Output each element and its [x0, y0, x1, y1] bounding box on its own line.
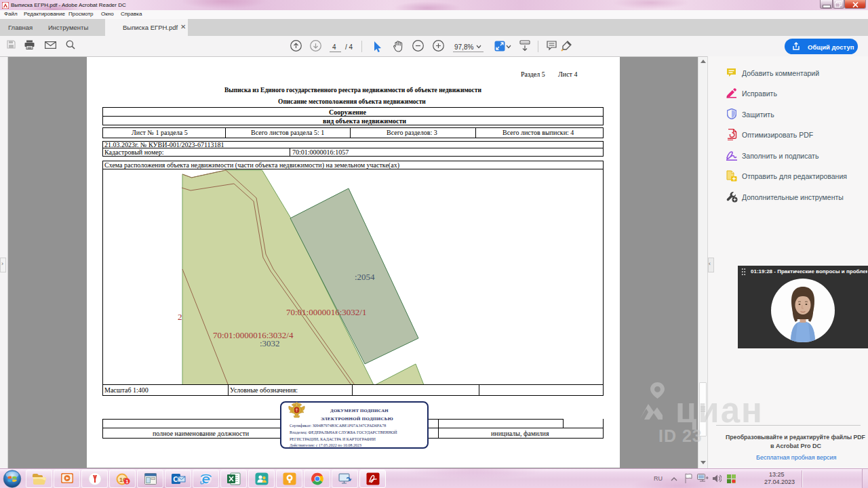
svg-text:70:01:0000016:3032/4: 70:01:0000016:3032/4 [213, 330, 294, 340]
svg-text:2: 2 [178, 312, 182, 322]
svg-text:70:01:0000016:3032/1: 70:01:0000016:3032/1 [286, 307, 366, 317]
svg-text::2054: :2054 [355, 272, 375, 282]
svg-text:1: 1 [125, 479, 128, 485]
svg-text::3032: :3032 [260, 338, 280, 348]
